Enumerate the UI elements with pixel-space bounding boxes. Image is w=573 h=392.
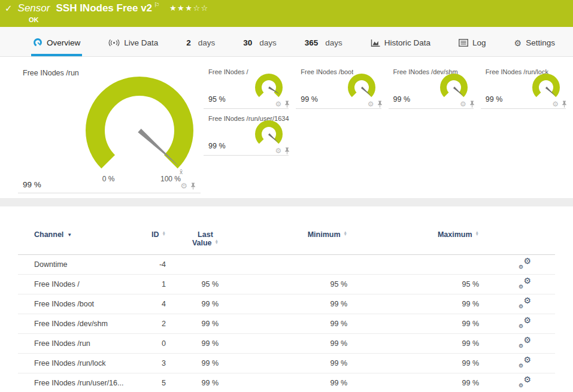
gauge-settings-gear-icon[interactable]: ⚙ bbox=[368, 101, 374, 108]
channel-settings-gears-icon[interactable]: ⚙⚙ bbox=[519, 259, 531, 269]
gauge-icon bbox=[33, 38, 43, 47]
gauge-arc bbox=[443, 77, 464, 95]
status-ok-check-icon: ✓ bbox=[5, 3, 13, 14]
column-header-maximum[interactable]: Maximum▲▼ bbox=[347, 229, 479, 255]
table-row[interactable]: Free INodes /boot499 %99 %99 %⚙⚙ bbox=[18, 294, 555, 314]
gauge-arc bbox=[95, 86, 184, 162]
sort-icon: ▲▼ bbox=[344, 231, 347, 236]
channel-name: Free INodes / bbox=[18, 275, 132, 294]
channel-last-value bbox=[166, 255, 219, 275]
channel-maximum: 95 % bbox=[347, 275, 479, 294]
table-header-row: Channel▼ ID▲▼ LastValue▲▼ Minimum▲▼ Maxi… bbox=[18, 229, 555, 255]
tab-label: Settings bbox=[526, 38, 555, 47]
pin-icon bbox=[284, 101, 290, 108]
gauge-chart bbox=[343, 72, 380, 104]
small-gauge-tile[interactable]: Free INodes /run/lock99 %⚙ bbox=[481, 66, 566, 109]
table-row[interactable]: Free INodes /run099 %99 %99 %⚙⚙ bbox=[18, 334, 555, 354]
small-gauge-tile[interactable]: Free INodes /dev/shm99 %⚙ bbox=[389, 66, 474, 109]
flag-icon[interactable]: ⚐ bbox=[154, 1, 160, 9]
table-row[interactable]: Free INodes /195 %95 %95 %⚙⚙ bbox=[18, 275, 555, 294]
column-header-minimum[interactable]: Minimum▲▼ bbox=[219, 229, 347, 255]
gauge-settings-gear-icon[interactable]: ⚙ bbox=[180, 182, 187, 190]
stars-filled: ★★★ bbox=[169, 4, 193, 13]
sort-desc-icon: ▼ bbox=[67, 232, 72, 238]
priority-stars[interactable]: ★★★☆☆ bbox=[169, 4, 209, 13]
tab-bar: Overview Live Data 2days 30days 365days … bbox=[0, 27, 573, 57]
stars-empty: ☆☆ bbox=[193, 4, 208, 13]
tab-365-days[interactable]: 365days bbox=[303, 38, 344, 56]
channel-settings-gears-icon[interactable]: ⚙⚙ bbox=[519, 318, 531, 328]
pin-icon bbox=[284, 147, 290, 154]
column-header-id[interactable]: ID▲▼ bbox=[132, 229, 166, 255]
gauge-pin-icon[interactable] bbox=[562, 101, 567, 108]
tab-30-days[interactable]: 30days bbox=[241, 38, 278, 56]
sensor-header: ✓ Sensor SSH INodes Free v2 ⚐ ★★★☆☆ OK bbox=[0, 0, 573, 27]
sort-icon: ▲▼ bbox=[162, 231, 166, 236]
column-header-last-value[interactable]: LastValue▲▼ bbox=[166, 229, 219, 255]
channel-name: Downtime bbox=[18, 255, 132, 275]
gear-icon: ⚙ bbox=[514, 39, 522, 47]
small-gauge-tile[interactable]: Free INodes /95 %⚙ bbox=[204, 66, 289, 109]
channel-maximum: 99 % bbox=[347, 294, 479, 314]
tab-settings[interactable]: ⚙ Settings bbox=[513, 38, 557, 56]
channel-last-value: 99 % bbox=[166, 354, 219, 373]
channel-minimum: 99 % bbox=[219, 334, 347, 354]
gauge-settings-gear-icon[interactable]: ⚙ bbox=[552, 101, 559, 108]
pin-icon bbox=[469, 101, 475, 108]
table-row[interactable]: Free INodes /run/user/16...599 %99 %99 %… bbox=[18, 373, 555, 392]
gauge-arc bbox=[259, 124, 280, 142]
channel-maximum: 99 % bbox=[347, 373, 479, 392]
channel-id: -4 bbox=[132, 255, 166, 275]
sensor-status-badge: OK bbox=[29, 16, 39, 23]
gauge-pin-icon[interactable] bbox=[284, 101, 290, 108]
channel-settings-gears-icon[interactable]: ⚙⚙ bbox=[519, 298, 531, 308]
tab-2-days[interactable]: 2days bbox=[184, 38, 217, 56]
channel-settings-gears-icon[interactable]: ⚙⚙ bbox=[519, 338, 531, 348]
channel-maximum: 99 % bbox=[347, 334, 479, 354]
primary-gauge-tile: Free INodes /run x̄ 0 % 100 % 99 % ⚙ bbox=[18, 66, 201, 193]
live-signal-icon bbox=[108, 39, 120, 47]
channel-settings-gears-icon[interactable]: ⚙⚙ bbox=[519, 377, 531, 387]
pin-icon bbox=[562, 101, 567, 108]
channel-minimum: 99 % bbox=[219, 314, 347, 334]
gauge-settings-gear-icon[interactable]: ⚙ bbox=[460, 101, 466, 108]
gauge-value: 99 % bbox=[301, 95, 318, 104]
gauge-settings-gear-icon[interactable]: ⚙ bbox=[275, 101, 281, 108]
gauge-pin-icon[interactable] bbox=[190, 183, 196, 190]
small-gauge-tile[interactable]: Free INodes /run/user/16342...99 %⚙ bbox=[204, 113, 289, 156]
channel-id: 4 bbox=[132, 294, 166, 314]
table-row[interactable]: Downtime-4⚙⚙ bbox=[18, 255, 555, 275]
tab-overview[interactable]: Overview bbox=[31, 38, 82, 56]
gauge-pin-icon[interactable] bbox=[377, 101, 383, 108]
gauges-panel: Free INodes /run x̄ 0 % 100 % 99 % ⚙ Fre… bbox=[0, 57, 573, 198]
gauge-chart bbox=[71, 75, 208, 183]
channel-maximum bbox=[347, 255, 479, 275]
channel-id: 0 bbox=[132, 334, 166, 354]
area-chart-icon bbox=[371, 39, 380, 47]
gauge-chart bbox=[250, 118, 287, 151]
sort-icon: ▲▼ bbox=[475, 231, 479, 236]
table-row[interactable]: Free INodes /run/lock399 %99 %99 %⚙⚙ bbox=[18, 354, 555, 373]
tab-log[interactable]: Log bbox=[457, 38, 488, 56]
gauge-chart bbox=[250, 72, 287, 104]
gauge-pin-icon[interactable] bbox=[469, 101, 475, 108]
sort-icon: ▲▼ bbox=[215, 239, 219, 245]
channel-settings-gears-icon[interactable]: ⚙⚙ bbox=[519, 357, 531, 367]
column-header-actions bbox=[479, 229, 555, 255]
gauge-pin-icon[interactable] bbox=[284, 147, 290, 154]
channel-last-value: 99 % bbox=[166, 334, 219, 354]
channel-settings-gears-icon[interactable]: ⚙⚙ bbox=[519, 278, 531, 288]
gauge-scale-min: 0 % bbox=[95, 175, 122, 183]
object-kind-label: Sensor bbox=[18, 2, 50, 14]
channel-maximum: 99 % bbox=[347, 354, 479, 373]
tab-historic-data[interactable]: Historic Data bbox=[369, 38, 432, 56]
channel-minimum: 95 % bbox=[219, 275, 347, 294]
tab-live-data[interactable]: Live Data bbox=[107, 38, 160, 56]
gauge-settings-gear-icon[interactable]: ⚙ bbox=[275, 147, 281, 154]
column-header-channel[interactable]: Channel▼ bbox=[18, 229, 132, 255]
tab-label: Historic Data bbox=[384, 38, 430, 47]
channel-id: 5 bbox=[132, 373, 166, 392]
small-gauge-tile[interactable]: Free INodes /boot99 %⚙ bbox=[296, 66, 381, 109]
table-row[interactable]: Free INodes /dev/shm299 %99 %99 %⚙⚙ bbox=[18, 314, 555, 334]
pin-icon bbox=[377, 101, 383, 108]
